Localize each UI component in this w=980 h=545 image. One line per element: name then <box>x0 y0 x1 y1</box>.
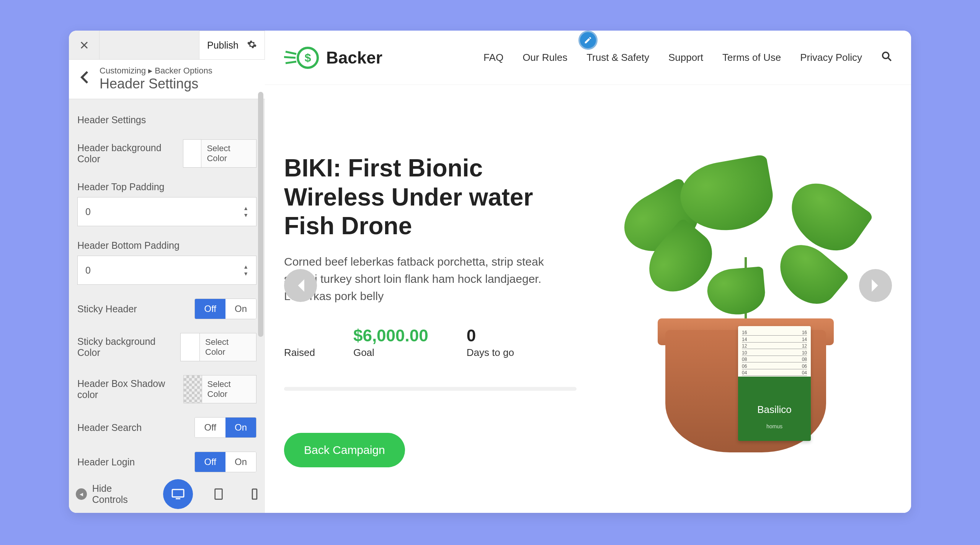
device-toggle <box>163 479 265 509</box>
stats-row: Raised $6,000.00 Goal 0 Days to go <box>284 326 577 359</box>
pencil-icon <box>584 36 592 44</box>
bottom-padding-field: Header Bottom Padding 0 ▲ ▼ <box>77 240 256 285</box>
nav-terms[interactable]: Terms of Use <box>722 52 781 64</box>
edit-badge[interactable] <box>578 31 598 50</box>
spacer <box>100 31 199 59</box>
svg-text:$: $ <box>305 51 311 64</box>
plant-illustration: 1616 1414 1212 1010 0808 0606 0404 Basil… <box>631 154 861 452</box>
toggle-on[interactable]: On <box>225 452 256 472</box>
box-shadow-color-field: Header Box Shadow color Select Color <box>77 375 256 403</box>
step-up[interactable]: ▲ <box>243 206 248 211</box>
toggle: Off On <box>194 452 256 472</box>
step-down[interactable]: ▼ <box>243 271 248 276</box>
stepper: ▲ ▼ <box>243 206 248 218</box>
field-label: Header background Color <box>77 142 183 165</box>
number-input[interactable]: 0 ▲ ▼ <box>77 256 256 285</box>
breadcrumb: Customizing ▸ Backer Options <box>100 66 212 76</box>
ruler: 1616 1414 1212 1010 0808 0606 0404 <box>742 330 807 376</box>
svg-rect-4 <box>215 489 222 499</box>
toggle: Off On <box>194 417 256 438</box>
progress-bar <box>284 387 577 391</box>
chevron-left-icon <box>80 70 89 84</box>
toggle-off[interactable]: Off <box>195 418 225 437</box>
plant-label-sub: homus <box>766 423 782 429</box>
input-value: 0 <box>85 206 91 217</box>
stat-value: 0 <box>467 326 514 345</box>
color-swatch <box>183 140 202 167</box>
color-picker[interactable]: Select Color <box>180 333 256 361</box>
color-picker[interactable]: Select Color <box>183 375 256 403</box>
svg-line-9 <box>284 57 296 58</box>
sidebar-topbar: Publish <box>69 31 265 60</box>
field-label: Header Box Shadow color <box>77 378 183 400</box>
number-input[interactable]: 0 ▲ ▼ <box>77 197 256 226</box>
svg-line-10 <box>286 62 296 63</box>
sticky-bg-color-field: Sticky background Color Select Color <box>77 333 256 361</box>
stat-label: Days to go <box>467 347 514 359</box>
mobile-icon <box>251 488 258 500</box>
svg-line-8 <box>286 52 296 54</box>
header-bg-color-field: Header background Color Select Color <box>77 139 256 168</box>
campaign-description: Corned beef leberkas fatback porchetta, … <box>284 253 577 305</box>
sticky-header-field: Sticky Header Off On <box>77 299 256 319</box>
toggle-off[interactable]: Off <box>195 452 225 472</box>
close-button[interactable] <box>69 31 100 59</box>
nav-our-rules[interactable]: Our Rules <box>523 52 567 64</box>
stat-label: Raised <box>284 347 315 359</box>
tablet-view-button[interactable] <box>208 484 229 504</box>
slider-prev-button[interactable] <box>284 269 317 302</box>
desktop-icon <box>171 488 185 500</box>
hero-content: BIKI: First Bionic Wireless Under water … <box>284 154 577 467</box>
field-label: Sticky background Color <box>77 336 180 358</box>
toggle-on[interactable]: On <box>225 418 256 437</box>
stat-raised: Raised <box>284 326 315 359</box>
stat-label: Goal <box>353 347 428 359</box>
hide-controls-button[interactable]: ◂ Hide Controls <box>76 483 148 505</box>
gear-icon[interactable] <box>247 39 257 51</box>
scrollbar[interactable] <box>258 99 263 337</box>
back-campaign-button[interactable]: Back Campaign <box>284 433 405 467</box>
tablet-icon <box>214 488 224 500</box>
search-button[interactable] <box>881 51 892 64</box>
svg-point-11 <box>883 52 889 59</box>
page-title: Header Settings <box>100 76 212 92</box>
color-picker[interactable]: Select Color <box>183 139 256 168</box>
hero-image: 1616 1414 1212 1010 0808 0606 0404 Basil… <box>599 154 892 452</box>
nav-privacy[interactable]: Privacy Policy <box>800 52 862 64</box>
customizer-sidebar: Publish Customizing ▸ Backer Options Hea… <box>69 31 265 513</box>
hero-section: BIKI: First Bionic Wireless Under water … <box>265 85 911 486</box>
field-label: Header Bottom Padding <box>77 240 256 251</box>
header-login-field: Header Login Off On <box>77 452 256 472</box>
caret-left-icon: ◂ <box>76 488 87 500</box>
step-up[interactable]: ▲ <box>243 264 248 269</box>
input-value: 0 <box>85 265 91 276</box>
close-icon <box>80 41 89 50</box>
top-padding-field: Header Top Padding 0 ▲ ▼ <box>77 181 256 226</box>
mobile-view-button[interactable] <box>244 484 265 504</box>
svg-rect-5 <box>252 489 257 499</box>
toggle-on[interactable]: On <box>225 299 256 319</box>
sidebar-footer: ◂ Hide Controls <box>76 479 265 509</box>
nav-support[interactable]: Support <box>668 52 703 64</box>
back-button[interactable] <box>77 70 92 88</box>
select-color-label: Select Color <box>202 375 256 403</box>
svg-line-12 <box>889 58 891 61</box>
nav-trust-safety[interactable]: Trust & Safety <box>586 52 649 64</box>
publish-button[interactable]: Publish <box>207 40 238 51</box>
desktop-view-button[interactable] <box>163 479 193 509</box>
app-window: Publish Customizing ▸ Backer Options Hea… <box>69 31 911 513</box>
site-logo[interactable]: $ Backer <box>284 46 382 69</box>
leaf-icon <box>706 266 767 317</box>
field-label: Sticky Header <box>77 304 137 315</box>
step-down[interactable]: ▼ <box>243 212 248 218</box>
nav-faq[interactable]: FAQ <box>483 52 503 64</box>
stat-value: $6,000.00 <box>353 326 428 345</box>
brand-name: Backer <box>326 48 382 67</box>
toggle-off[interactable]: Off <box>195 299 225 319</box>
svg-marker-13 <box>298 279 304 292</box>
svg-rect-3 <box>176 498 180 499</box>
caret-left-icon <box>296 278 305 293</box>
stat-days: 0 Days to go <box>467 326 514 359</box>
field-label: Header Search <box>77 422 142 433</box>
select-color-label: Select Color <box>200 333 256 361</box>
